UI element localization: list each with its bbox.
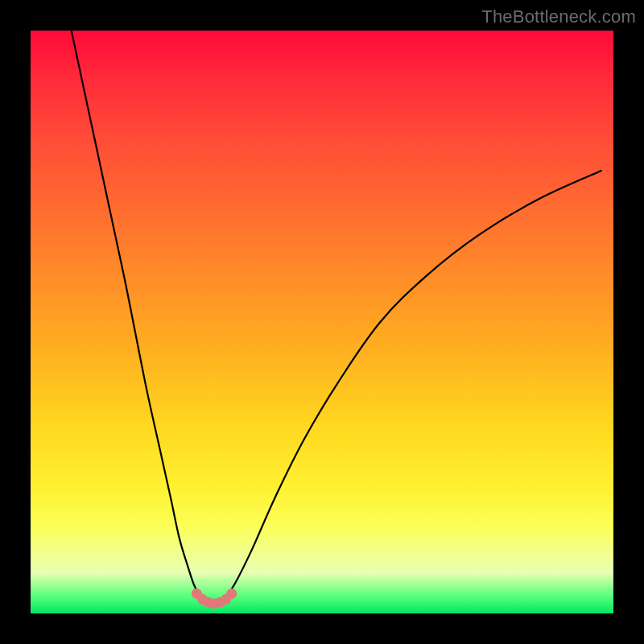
chart-svg bbox=[31, 31, 613, 613]
chart-frame: TheBottleneck.com bbox=[0, 0, 644, 644]
plot-area bbox=[31, 31, 613, 613]
series-right-arm bbox=[223, 171, 602, 602]
series-group bbox=[72, 31, 602, 609]
series-left-arm bbox=[72, 31, 204, 602]
watermark-label: TheBottleneck.com bbox=[481, 6, 636, 27]
valley-marker bbox=[226, 588, 237, 599]
